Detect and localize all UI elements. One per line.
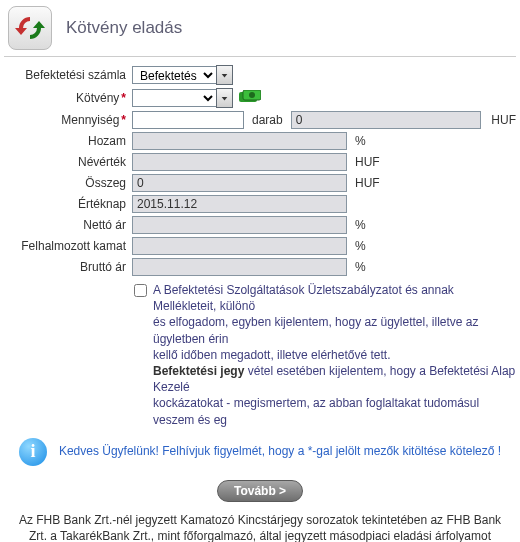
quantity-label: Mennyiség* xyxy=(4,113,132,127)
gross-label: Bruttó ár xyxy=(4,260,132,274)
netprice-display xyxy=(132,216,347,234)
netprice-label: Nettó ár xyxy=(4,218,132,232)
netprice-unit: % xyxy=(355,218,366,232)
accrued-label: Felhalmozott kamat xyxy=(4,239,132,253)
accrued-display xyxy=(132,237,347,255)
quantity-calc-unit: HUF xyxy=(491,113,516,127)
info-icon: i xyxy=(19,438,47,466)
quantity-calc-display: 0 xyxy=(291,111,481,129)
info-text: Kedves Ügyfelünk! Felhívjuk figyelmét, h… xyxy=(59,443,501,460)
valueday-display: 2015.11.12 xyxy=(132,195,347,213)
amount-display: 0 xyxy=(132,174,347,192)
yield-unit: % xyxy=(355,134,366,148)
facevalue-unit: HUF xyxy=(355,155,380,169)
yield-label: Hozam xyxy=(4,134,132,148)
money-icon xyxy=(239,90,261,107)
agreement-text: A Befektetési Szolgáltatások Üzletszabál… xyxy=(153,282,516,428)
page-header: Kötvény eladás xyxy=(4,6,516,57)
bond-select[interactable] xyxy=(132,89,217,107)
amount-unit: HUF xyxy=(355,176,380,190)
chevron-down-icon[interactable] xyxy=(216,88,233,108)
gross-display xyxy=(132,258,347,276)
gross-unit: % xyxy=(355,260,366,274)
svg-point-2 xyxy=(249,92,255,98)
refresh-arrows-icon xyxy=(8,6,52,50)
next-button[interactable]: Tovább > xyxy=(217,480,303,502)
amount-label: Összeg xyxy=(4,176,132,190)
required-marker: * xyxy=(121,91,126,105)
facevalue-display xyxy=(132,153,347,171)
valueday-label: Értéknap xyxy=(4,197,132,211)
quantity-unit: darab xyxy=(252,113,283,127)
required-marker: * xyxy=(121,113,126,127)
bond-label: Kötvény* xyxy=(4,91,132,105)
footer-text: Az FHB Bank Zrt.-nél jegyzett Kamatozó K… xyxy=(4,512,516,542)
account-select[interactable]: Befektetési xyxy=(132,66,217,84)
chevron-down-icon[interactable] xyxy=(216,65,233,85)
facevalue-label: Névérték xyxy=(4,155,132,169)
accrued-unit: % xyxy=(355,239,366,253)
yield-display xyxy=(132,132,347,150)
page-title: Kötvény eladás xyxy=(66,18,182,38)
quantity-input[interactable] xyxy=(132,111,244,129)
agreement-checkbox[interactable] xyxy=(134,284,147,297)
account-label: Befektetési számla xyxy=(4,68,132,82)
